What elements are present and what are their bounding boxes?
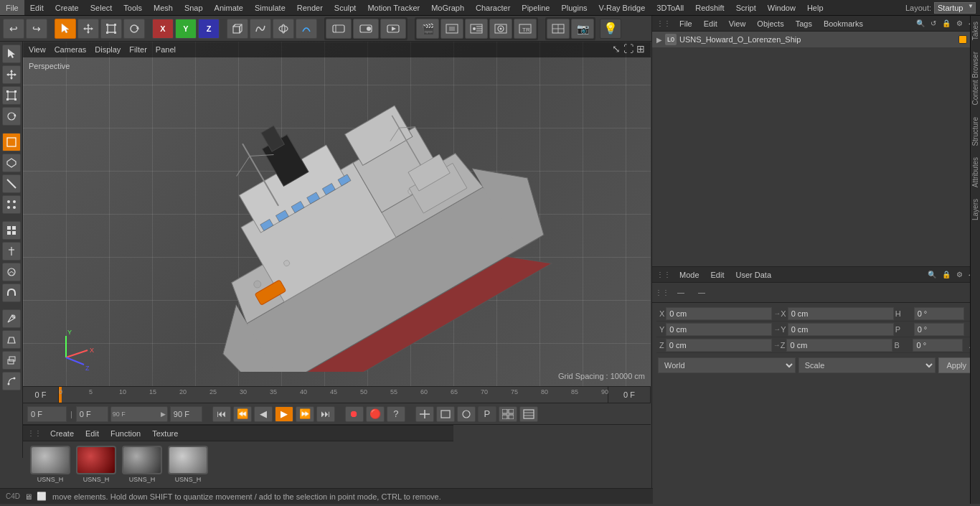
rotate-button[interactable]	[123, 19, 145, 39]
menu-character[interactable]: Character	[470, 0, 516, 15]
mat-item-2[interactable]: USNS_H	[121, 446, 164, 486]
menu-3dtoall[interactable]: 3DToAll	[651, 0, 689, 15]
left-knife-btn[interactable]	[2, 242, 21, 261]
step-fwd-btn[interactable]: ⏩	[296, 406, 314, 422]
attr-p-input[interactable]	[914, 323, 964, 336]
record-btn[interactable]: ⏺	[345, 406, 364, 422]
left-scale-btn[interactable]	[2, 86, 21, 105]
scale-dropdown[interactable]: Scale	[798, 357, 936, 373]
attr-x-pos-input[interactable]	[666, 307, 772, 320]
vp-menu-filter[interactable]: Filter	[129, 45, 146, 54]
menu-render[interactable]: Render	[291, 0, 329, 15]
obj-menu-tags[interactable]: Tags	[793, 18, 815, 29]
obj-menu-edit[interactable]: Edit	[701, 18, 720, 29]
scale-button[interactable]	[100, 19, 122, 39]
menu-snap[interactable]: Snap	[179, 0, 209, 15]
mat-item-0[interactable]: USNS_H	[29, 446, 72, 486]
mat-item-3[interactable]: USNS_H	[166, 446, 209, 486]
obj-refresh-icon[interactable]: ↺	[929, 18, 938, 29]
camera-button[interactable]: 📷	[571, 19, 594, 39]
viewport[interactable]: View Cameras Display Filter Panel ⤡ ⛶ ⊞ …	[23, 42, 651, 386]
tab-attributes[interactable]: Attributes	[970, 151, 980, 193]
render-settings-button[interactable]	[465, 19, 488, 39]
motion-obj-btn[interactable]	[519, 406, 538, 422]
obj-tree-row-ship[interactable]: ▶ L0 USNS_Howard_O_Lorenzen_Ship •	[652, 32, 980, 47]
mat-item-1[interactable]: USNS_H	[75, 446, 118, 486]
mat-menu-create[interactable]: Create	[47, 428, 77, 439]
layout-dropdown-wrap[interactable]: Startup	[934, 2, 976, 14]
vp-menu-view[interactable]: View	[29, 45, 46, 54]
vp-layout-icon[interactable]: ⊞	[636, 43, 645, 55]
obj-menu-view[interactable]: View	[726, 18, 749, 29]
menu-file[interactable]: File	[0, 0, 24, 15]
menu-select[interactable]: Select	[85, 0, 118, 15]
obj-lock-icon[interactable]: 🔒	[941, 18, 952, 29]
spline-button[interactable]	[250, 19, 271, 39]
tab-takes[interactable]: Takes	[970, 16, 980, 46]
cube-button[interactable]	[227, 19, 248, 39]
left-smooth-btn[interactable]	[2, 263, 21, 281]
menu-motion-tracker[interactable]: Motion Tracker	[362, 0, 425, 15]
render-active-button[interactable]: 🎬	[416, 19, 439, 39]
menu-help[interactable]: Help	[801, 0, 829, 15]
menu-mesh[interactable]: Mesh	[148, 0, 179, 15]
attr-y-pos-input[interactable]	[666, 323, 772, 336]
attr-h-input[interactable]	[914, 307, 964, 320]
left-polygon-mode-btn[interactable]	[2, 154, 21, 172]
obj-menu-file[interactable]: File	[677, 18, 695, 29]
goto-start-btn[interactable]: ⏮	[212, 406, 231, 422]
anim-record-button[interactable]	[353, 19, 379, 39]
left-sds-btn[interactable]	[2, 221, 21, 240]
tab-content-browser[interactable]: Content Browser	[970, 46, 980, 111]
menu-plugins[interactable]: Plugins	[555, 0, 593, 15]
vp-menu-cameras[interactable]: Cameras	[55, 45, 87, 54]
menu-mograph[interactable]: MoGraph	[425, 0, 470, 15]
transport-end-input[interactable]	[170, 406, 202, 422]
status-icon2[interactable]: ⬜	[37, 492, 47, 501]
left-edge-mode-btn[interactable]	[2, 174, 21, 193]
obj-settings-icon[interactable]: ⚙	[955, 18, 964, 29]
attr-z-pos-input[interactable]	[666, 339, 772, 352]
render-region-button[interactable]	[440, 19, 463, 39]
motion-dots-btn[interactable]	[499, 406, 517, 422]
attr-search-icon[interactable]: 🔍	[926, 269, 938, 280]
left-bevel-btn[interactable]	[2, 330, 21, 349]
play-reverse-btn[interactable]: ◀	[254, 406, 273, 422]
step-back-btn[interactable]: ⏪	[233, 406, 252, 422]
motion-record-btn[interactable]: P	[478, 406, 496, 422]
world-dropdown[interactable]: World Local Object	[658, 357, 796, 373]
nurbs-button[interactable]	[273, 19, 294, 39]
menu-vray[interactable]: V-Ray Bridge	[593, 0, 651, 15]
left-magnet-btn[interactable]	[2, 284, 21, 302]
auto-key-btn[interactable]: 🔴	[366, 406, 385, 422]
menu-sculpt[interactable]: Sculpt	[329, 0, 362, 15]
menu-animate[interactable]: Animate	[209, 0, 249, 15]
attr-y-rot-input[interactable]	[788, 323, 894, 336]
tab-structure[interactable]: Structure	[970, 111, 980, 152]
undo-button[interactable]: ↩	[3, 19, 24, 39]
menu-simulate[interactable]: Simulate	[249, 0, 291, 15]
layout-dropdown[interactable]: Startup	[934, 2, 976, 14]
tab-layers[interactable]: Layers	[970, 193, 980, 226]
timeline-current-frame[interactable]	[23, 387, 59, 403]
play-btn[interactable]: ▶	[275, 406, 293, 422]
left-spline-btn[interactable]	[2, 372, 21, 390]
left-point-mode-btn[interactable]	[2, 195, 21, 214]
apply-button[interactable]: Apply	[938, 357, 974, 373]
attr-lock-icon[interactable]: 🔒	[941, 269, 952, 280]
obj-menu-objects[interactable]: Objects	[754, 18, 786, 29]
anim-key-button[interactable]	[326, 19, 352, 39]
obj-menu-bookmarks[interactable]: Bookmarks	[821, 18, 866, 29]
render-viewport-button[interactable]	[489, 19, 512, 39]
transport-frame-input[interactable]	[27, 406, 67, 422]
status-icon1[interactable]: 🖥	[24, 492, 32, 501]
menu-pipeline[interactable]: Pipeline	[516, 0, 555, 15]
obj-color-tag[interactable]	[958, 35, 967, 44]
left-object-mode-btn[interactable]	[2, 133, 21, 151]
mat-menu-function[interactable]: Function	[108, 428, 143, 439]
left-select-btn[interactable]	[2, 44, 21, 63]
attr-b-input[interactable]	[913, 339, 963, 352]
obj-search-icon[interactable]: 🔍	[915, 18, 926, 29]
vp-fullscreen-icon[interactable]: ⛶	[623, 43, 633, 55]
key-info-btn[interactable]: ?	[387, 406, 405, 422]
